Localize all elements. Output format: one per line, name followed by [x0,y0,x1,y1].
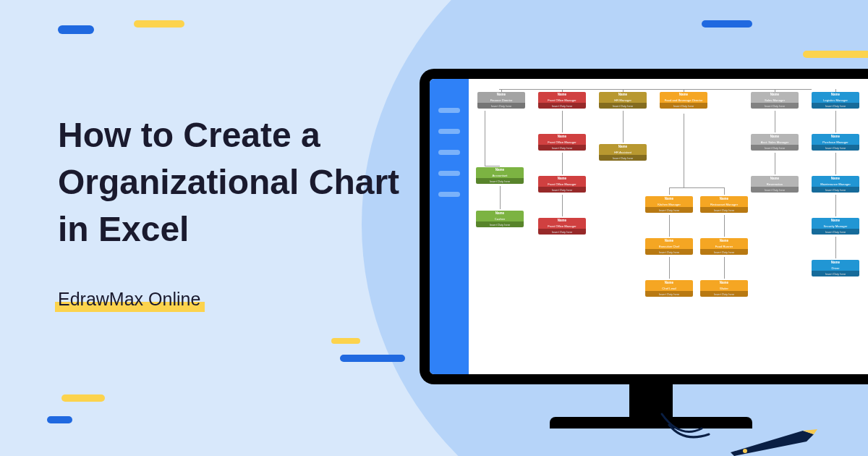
org-node-role: HR Manager [599,98,647,103]
org-node-duty: Insert Duty here [812,103,859,109]
org-node-duty: Insert Duty here [751,103,799,109]
org-node-duty: Insert Duty here [812,271,859,276]
org-node-duty: Insert Duty here [599,103,647,109]
org-node-name: Name [538,176,586,182]
org-node-name: Name [751,134,799,140]
org-node-name: Name [538,134,586,140]
org-node[interactable]: NameAccountantInsert Duty here [476,167,524,184]
org-node[interactable]: NameFront Office ManagerInsert Duty here [538,92,586,109]
org-node-duty: Insert Duty here [599,155,647,161]
org-node[interactable]: NameSecurity ManagerInsert Duty here [812,218,859,235]
connector [669,187,670,195]
org-node[interactable]: NameExecutive ChefInsert Duty here [645,238,693,255]
org-node-role: Front Office Manager [538,224,586,229]
org-node-name: Name [700,280,748,286]
org-node-name: Name [751,92,799,98]
connector [500,186,501,209]
sidebar-item[interactable] [438,192,460,197]
org-node-name: Name [645,238,693,244]
connector [562,111,563,132]
org-node-duty: Insert Duty here [700,207,748,213]
accent-yellow-right [803,51,868,58]
org-node-role: Accountant [476,173,524,178]
headline-block: How to Create a Organizational Chart in … [58,112,420,310]
org-node-role: Cashier [476,216,524,221]
org-node[interactable]: NameDriverInsert Duty here [812,260,859,276]
accent-blue-bottom-right [340,355,405,362]
org-node-role: Waiter [700,286,748,291]
org-node-name: Name [812,92,859,98]
org-node-role: Maintenance Manager [812,182,859,187]
connector [775,153,775,174]
org-chart-canvas[interactable]: NameFinance DirectorInsert Duty hereName… [469,79,868,374]
org-node-name: Name [645,196,693,202]
org-node-role: Reservation [751,182,799,187]
sidebar-item[interactable] [438,150,460,155]
org-node-role: Logistics Manager [812,98,859,103]
org-node[interactable]: NameLogistics ManagerInsert Duty here [812,92,859,109]
org-node[interactable]: NamePurchase ManagerInsert Duty here [812,134,859,151]
org-node[interactable]: NameAsst. Sales ManagerInsert Duty here [751,134,799,151]
connector [684,114,684,187]
accent-blue-top-left [58,25,94,34]
org-node-duty: Insert Duty here [476,221,524,227]
org-node-name: Name [812,260,859,266]
org-node[interactable]: NameFood RunnerInsert Duty here [700,238,748,255]
org-node-duty: Insert Duty here [751,145,799,151]
connector [835,153,836,174]
org-node-name: Name [476,167,524,173]
org-node-role: Front Office Manager [538,182,586,187]
org-node-role: Kitchen Manager [645,202,693,207]
org-node[interactable]: NameFood and Beverage DirectorInsert Dut… [660,92,707,109]
org-node[interactable]: NameKitchen ManagerInsert Duty here [645,196,693,213]
org-node-name: Name [660,92,707,98]
connector [835,195,836,216]
swoosh-icon [658,407,723,443]
org-node-duty: Insert Duty here [812,145,859,151]
org-node-role: Sales Manager [751,98,799,103]
sidebar-item[interactable] [438,108,460,113]
org-node[interactable]: NameChef LeadInsert Duty here [645,280,693,297]
connector [499,89,812,90]
org-node-role: Food and Beverage Director [660,98,707,103]
connector [562,153,563,174]
connector [724,187,725,195]
svg-point-0 [743,449,747,453]
accent-yellow-bottom-right [331,338,360,344]
accent-blue-top [702,20,752,28]
org-node-name: Name [599,144,647,150]
connector [775,111,775,132]
org-node[interactable]: NameWaiterInsert Duty here [700,280,748,297]
connector [669,215,670,237]
org-node-role: Restaurant Manager [700,202,748,207]
org-node-name: Name [700,196,748,202]
org-node[interactable]: NameHR ManagerInsert Duty here [599,92,647,109]
org-node-duty: Insert Duty here [700,291,748,297]
org-node-role: Executive Chef [645,244,693,249]
sidebar-item[interactable] [438,129,460,134]
org-node[interactable]: NameCashierInsert Duty here [476,211,524,227]
subtitle: EdrawMax Online [58,289,200,309]
org-node[interactable]: NameFront Office ManagerInsert Duty here [538,134,586,151]
org-node[interactable]: NameSales ManagerInsert Duty here [751,92,799,109]
connector [835,111,836,132]
org-node-duty: Insert Duty here [660,103,707,109]
org-node-name: Name [645,280,693,286]
org-node[interactable]: NameFront Office ManagerInsert Duty here [538,176,586,193]
org-node-role: Purchase Manager [812,140,859,145]
org-node-name: Name [477,92,525,98]
org-node[interactable]: NameMaintenance ManagerInsert Duty here [812,176,859,193]
org-node-duty: Insert Duty here [700,249,748,255]
sidebar-item[interactable] [438,171,460,176]
org-node-role: Food Runner [700,244,748,249]
accent-yellow-bottom-left [61,394,105,402]
accent-blue-bottom-left [47,416,72,423]
org-node[interactable]: NameReservationInsert Duty here [751,176,799,193]
org-node-name: Name [812,134,859,140]
org-node-duty: Insert Duty here [645,207,693,213]
org-node[interactable]: NameHR AssistantInsert Duty here [599,144,647,161]
org-node[interactable]: NameFront Office ManagerInsert Duty here [538,218,586,235]
org-node[interactable]: NameRestaurant ManagerInsert Duty here [700,196,748,213]
org-node[interactable]: NameFinance DirectorInsert Duty here [477,92,525,109]
connector [724,215,725,237]
